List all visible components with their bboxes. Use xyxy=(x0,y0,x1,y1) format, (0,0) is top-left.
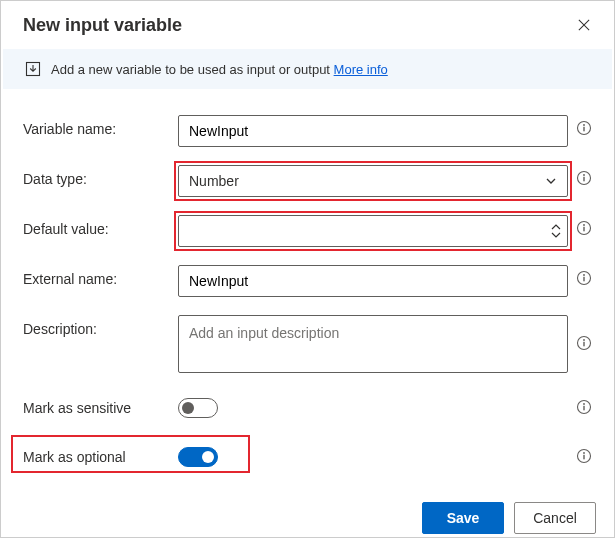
label-mark-sensitive: Mark as sensitive xyxy=(23,394,178,416)
data-type-select[interactable]: Number xyxy=(178,165,568,197)
svg-point-14 xyxy=(583,339,585,341)
row-default-value: Default value: xyxy=(23,215,596,247)
chevron-up-icon xyxy=(551,224,561,231)
variable-name-input[interactable] xyxy=(178,115,568,147)
data-type-value: Number xyxy=(189,172,239,190)
svg-rect-6 xyxy=(583,177,584,182)
default-value-input[interactable] xyxy=(178,215,568,247)
svg-rect-12 xyxy=(583,277,584,282)
row-mark-sensitive: Mark as sensitive xyxy=(23,394,596,421)
number-spinner[interactable] xyxy=(549,216,567,246)
svg-rect-3 xyxy=(583,127,584,132)
svg-rect-9 xyxy=(583,227,584,232)
label-default-value: Default value: xyxy=(23,215,178,237)
row-mark-optional: Mark as optional xyxy=(23,443,596,470)
info-icon[interactable] xyxy=(576,399,596,419)
chevron-down-icon xyxy=(551,231,561,238)
mark-sensitive-toggle[interactable] xyxy=(178,398,218,418)
label-description: Description: xyxy=(23,315,178,337)
row-description: Description: xyxy=(23,315,596,376)
cancel-button[interactable]: Cancel xyxy=(514,502,596,534)
info-icon[interactable] xyxy=(576,220,596,240)
svg-rect-18 xyxy=(583,406,584,411)
info-icon[interactable] xyxy=(576,270,596,290)
info-icon[interactable] xyxy=(576,120,596,140)
label-mark-optional: Mark as optional xyxy=(23,443,178,465)
svg-rect-15 xyxy=(583,342,584,347)
label-variable-name: Variable name: xyxy=(23,115,178,137)
label-external-name: External name: xyxy=(23,265,178,287)
info-icon[interactable] xyxy=(576,448,596,468)
info-banner: Add a new variable to be used as input o… xyxy=(3,49,612,89)
svg-point-11 xyxy=(583,274,585,276)
dialog-footer: Save Cancel xyxy=(1,488,614,538)
svg-point-20 xyxy=(583,452,585,454)
row-variable-name: Variable name: xyxy=(23,115,596,147)
new-input-variable-dialog: New input variable Add a new variable to… xyxy=(0,0,615,538)
info-icon[interactable] xyxy=(576,335,596,355)
more-info-link[interactable]: More info xyxy=(334,62,388,77)
description-textarea[interactable] xyxy=(178,315,568,373)
svg-rect-21 xyxy=(583,455,584,460)
external-name-input[interactable] xyxy=(178,265,568,297)
form-body: Variable name: Data type: Number xyxy=(1,91,614,488)
download-box-icon xyxy=(25,61,41,77)
svg-point-17 xyxy=(583,403,585,405)
close-icon xyxy=(578,18,590,32)
svg-point-5 xyxy=(583,174,585,176)
banner-msg: Add a new variable to be used as input o… xyxy=(51,62,330,77)
banner-text: Add a new variable to be used as input o… xyxy=(51,62,388,77)
save-button[interactable]: Save xyxy=(422,502,504,534)
dialog-header: New input variable xyxy=(1,1,614,45)
dialog-title: New input variable xyxy=(23,15,572,36)
chevron-down-icon xyxy=(545,175,557,187)
row-external-name: External name: xyxy=(23,265,596,297)
info-icon[interactable] xyxy=(576,170,596,190)
close-button[interactable] xyxy=(572,13,596,37)
row-data-type: Data type: Number xyxy=(23,165,596,197)
svg-point-2 xyxy=(583,124,585,126)
svg-point-8 xyxy=(583,224,585,226)
mark-optional-toggle[interactable] xyxy=(178,447,218,467)
label-data-type: Data type: xyxy=(23,165,178,187)
